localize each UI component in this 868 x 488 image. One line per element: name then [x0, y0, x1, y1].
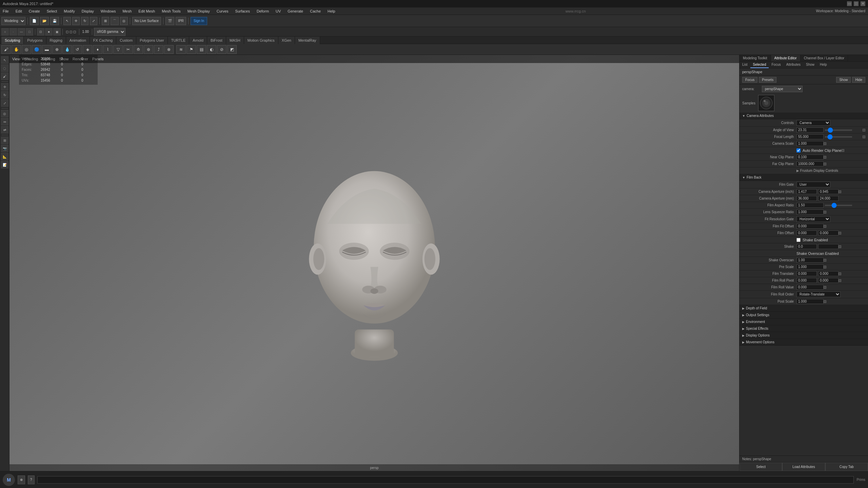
tab-mentalray[interactable]: MentalRay — [295, 37, 320, 44]
film-aspect-slider[interactable] — [825, 205, 852, 206]
panel-tab-channel-box[interactable]: Channel Box / Layer Editor — [801, 55, 848, 61]
wireframe-btn[interactable]: ⊡ — [37, 28, 44, 36]
sculpt-scrape-btn[interactable]: ⌇ — [103, 45, 113, 54]
camera-attributes-header[interactable]: ▼ Camera Attributes — [739, 113, 868, 119]
sculpt-bump-btn[interactable]: ⊛ — [144, 45, 153, 54]
copy-tab-btn[interactable]: Copy Tab — [825, 463, 868, 471]
sel-mode-face[interactable]: □ — [26, 28, 33, 36]
move-btn[interactable]: ✛ — [72, 17, 80, 25]
soft-sel-btn[interactable]: ◎ — [1, 110, 8, 117]
panel-tab-modeling-toolkit[interactable]: Modeling Toolkit — [739, 55, 771, 61]
sel-mode-obj[interactable]: ○ — [1, 28, 9, 36]
scale-tool-btn[interactable]: ⤢ — [1, 99, 8, 107]
display-options-header[interactable]: ▶ Display Options — [739, 332, 868, 339]
maximize-btn[interactable]: □ — [854, 1, 859, 6]
film-roll-pivot-y-input[interactable]: 0.000 — [818, 278, 839, 283]
film-offset-x-input[interactable]: 0.000 — [796, 230, 817, 236]
near-clip-input[interactable]: 0.100 — [796, 155, 824, 160]
presets-btn[interactable]: Presets — [759, 77, 776, 83]
snap-to-point[interactable]: ◎ — [120, 17, 128, 25]
tab-sculpting[interactable]: Sculpting — [1, 37, 24, 44]
focal-length-slider[interactable] — [825, 136, 852, 138]
camera-btn[interactable]: 📷 — [1, 145, 8, 152]
auto-render-checkbox[interactable] — [796, 148, 801, 152]
panel-subtab-attributes[interactable]: Attributes — [784, 62, 803, 68]
cam-aperture-h-input[interactable]: 0.945 — [818, 189, 839, 194]
panel-subtab-focus[interactable]: Focus — [769, 62, 783, 68]
sculpt-wax-btn[interactable]: ♦ — [93, 45, 102, 54]
sculpt-imprint-btn[interactable]: ◈ — [83, 45, 92, 54]
mode-dropdown[interactable]: Modeling — [1, 17, 25, 25]
sel-mode-edge[interactable]: — — [18, 28, 25, 36]
shake-overscan-val-input[interactable]: 1.00 — [796, 258, 824, 263]
snap-tog-btn[interactable]: ⊞ — [1, 137, 8, 144]
panel-tab-attribute-editor[interactable]: Attribute Editor — [771, 55, 801, 61]
tab-polygons[interactable]: Polygons — [24, 37, 46, 44]
angle-of-view-input[interactable]: 23.31 — [796, 127, 824, 133]
lens-squeeze-input[interactable]: 1.000 — [796, 209, 824, 215]
camera-select[interactable]: perspShape — [762, 86, 803, 92]
select-tool-btn[interactable]: ↖ — [63, 17, 71, 25]
flood-fill-btn[interactable]: ▤ — [197, 45, 206, 54]
relax-btn[interactable]: ≋ — [176, 45, 186, 54]
sculpt-fill-btn[interactable]: ▽ — [113, 45, 123, 54]
menu-cache[interactable]: Cache — [309, 8, 322, 14]
hide-btn[interactable]: Hide — [852, 77, 865, 83]
film-translate-x-input[interactable]: 0.000 — [796, 271, 817, 276]
focal-length-input[interactable]: 55.000 — [796, 134, 824, 139]
cam-aperture-mm-w-input[interactable]: 36.000 — [796, 196, 817, 201]
statusbar-new-btn[interactable]: ⊕ — [18, 475, 25, 484]
colorspace-select[interactable]: sRGB gamma — [94, 28, 125, 36]
live-surface-btn[interactable]: No Live Surface — [132, 17, 161, 25]
pre-scale-input[interactable]: 1.000 — [796, 264, 824, 269]
paint-sel-btn[interactable]: 🖌 — [1, 73, 8, 80]
texture-btn[interactable]: ▣ — [53, 28, 61, 36]
sculpt-knife-btn[interactable]: ✂ — [123, 45, 133, 54]
invert-mask-btn[interactable]: ◐ — [207, 45, 216, 54]
statusbar-input[interactable] — [37, 476, 854, 484]
sculpt-smear-btn[interactable]: ⟰ — [134, 45, 143, 54]
tab-mash[interactable]: MASH — [226, 37, 244, 44]
mirror-btn[interactable]: ⇄ — [1, 126, 8, 134]
measure-btn[interactable]: 📐 — [1, 153, 8, 160]
select-btn[interactable]: Select — [739, 463, 782, 471]
fit-resolution-select[interactable]: Horizontal Vertical Fill Overscan — [796, 216, 830, 222]
menu-windows[interactable]: Windows — [99, 8, 117, 14]
tab-motion-graphics[interactable]: Motion Graphics — [244, 37, 278, 44]
sculpt-amplify-btn[interactable]: ⤴ — [154, 45, 163, 54]
far-clip-input[interactable]: 10000.000 — [796, 161, 824, 166]
environment-header[interactable]: ▶ Environment — [739, 319, 868, 325]
pick-mask-btn[interactable]: ⚑ — [186, 45, 196, 54]
sculpt-relax-btn[interactable]: 🖌 — [1, 45, 11, 54]
minimize-btn[interactable]: — — [847, 1, 852, 6]
panel-subtab-show[interactable]: Show — [803, 62, 817, 68]
solid-btn[interactable]: ■ — [45, 28, 53, 36]
render-btn[interactable]: 🎬 — [165, 17, 174, 25]
menu-modify[interactable]: Modify — [62, 8, 76, 14]
menu-display[interactable]: Display — [80, 8, 95, 14]
menu-select[interactable]: Select — [45, 8, 59, 14]
tab-rigging[interactable]: Rigging — [46, 37, 66, 44]
sculpt-erase-btn[interactable]: ⊗ — [164, 45, 174, 54]
sculpt-flatten-btn[interactable]: ▬ — [42, 45, 52, 54]
snap-to-grid[interactable]: ⊞ — [102, 17, 109, 25]
menu-help[interactable]: Help — [326, 8, 337, 14]
movement-options-header[interactable]: ▶ Movement Options — [739, 339, 868, 346]
film-fit-offset-input[interactable]: 0.000 — [796, 224, 824, 229]
move-tool-btn[interactable]: ✛ — [1, 83, 8, 90]
ipr-btn[interactable]: IPR — [176, 17, 186, 25]
load-attributes-btn[interactable]: Load Attributes — [782, 463, 825, 471]
frustum-row[interactable]: ▶ Frustum Display Controls — [739, 167, 868, 174]
menu-mesh-display[interactable]: Mesh Display — [186, 8, 211, 14]
tab-arnold[interactable]: Arnold — [189, 37, 207, 44]
focus-btn[interactable]: Focus — [742, 77, 757, 83]
show-btn[interactable]: Show — [836, 77, 851, 83]
save-btn[interactable]: 💾 — [50, 17, 59, 25]
menu-surfaces[interactable]: Surfaces — [234, 8, 251, 14]
snap-to-curve[interactable]: ⌒ — [111, 17, 119, 25]
sign-in-btn[interactable]: Sign In — [191, 17, 207, 25]
viewport[interactable]: View Shading Lighting Show Renderer Pane… — [9, 55, 739, 471]
menu-uv[interactable]: UV — [274, 8, 282, 14]
isolate-btn[interactable]: ◩ — [227, 45, 237, 54]
clear-mask-btn[interactable]: ⊘ — [217, 45, 226, 54]
